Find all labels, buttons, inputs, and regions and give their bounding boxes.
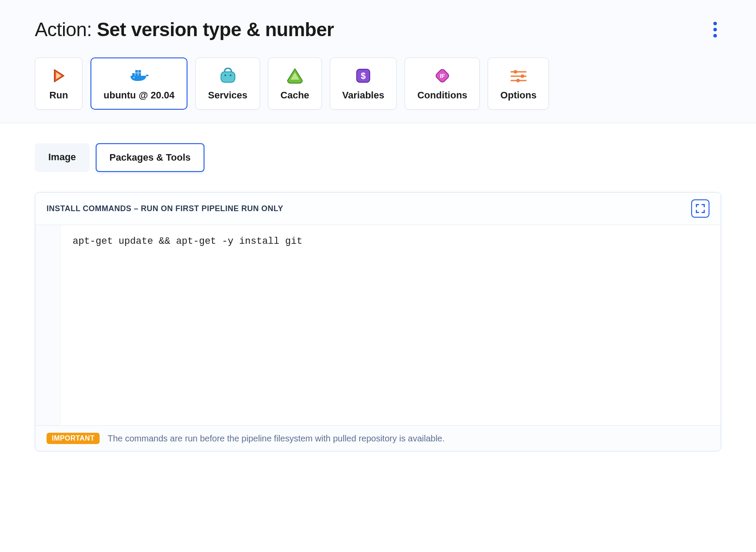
tab-label: Services [208, 90, 248, 101]
editor-footer: IMPORTANT The commands are run before th… [35, 425, 721, 451]
install-commands-panel: INSTALL COMMANDS – RUN ON FIRST PIPELINE… [35, 192, 721, 451]
sub-tab-image[interactable]: Image [35, 143, 90, 172]
code-content: apt-get update && apt-get -y install git [60, 225, 721, 425]
primary-tabs: Run ubuntu @ 20.04 Services [35, 57, 721, 110]
tab-options[interactable]: Options [488, 57, 549, 110]
tab-label: Conditions [417, 90, 467, 101]
content-region: Image Packages & Tools INSTALL COMMANDS … [0, 123, 756, 469]
expand-editor-button[interactable] [691, 199, 709, 218]
tab-conditions[interactable]: IF Conditions [405, 57, 480, 110]
tab-label: Variables [342, 90, 385, 101]
page-title: Action: Set version type & number [35, 19, 334, 40]
header-region: Action: Set version type & number Run [0, 0, 756, 123]
tab-label: Cache [281, 90, 309, 101]
tab-services[interactable]: Services [195, 57, 260, 110]
more-vertical-icon [713, 22, 717, 25]
svg-rect-1 [135, 73, 138, 76]
footer-note: The commands are run before the pipeline… [107, 434, 445, 444]
svg-rect-6 [221, 72, 235, 82]
sub-tabs: Image Packages & Tools [35, 143, 721, 172]
svg-point-16 [521, 74, 524, 78]
tab-variables[interactable]: $ Variables [330, 57, 397, 110]
svg-point-5 [133, 77, 134, 78]
svg-rect-2 [138, 73, 141, 76]
expand-icon [696, 204, 705, 213]
svg-rect-0 [132, 73, 135, 76]
important-badge: IMPORTANT [47, 433, 100, 444]
tab-label: Options [500, 90, 536, 101]
sliders-icon [509, 66, 528, 85]
dollar-icon: $ [355, 66, 371, 85]
if-diamond-icon: IF [434, 66, 451, 85]
svg-text:$: $ [361, 71, 366, 81]
tab-label: ubuntu @ 20.04 [104, 90, 174, 101]
svg-rect-4 [138, 70, 141, 73]
tab-run[interactable]: Run [35, 57, 83, 110]
code-editor[interactable]: apt-get update && apt-get -y install git [35, 225, 721, 425]
sub-tab-packages[interactable]: Packages & Tools [96, 143, 205, 172]
tab-cache[interactable]: Cache [268, 57, 322, 110]
sub-tab-label: Image [48, 151, 76, 162]
svg-point-7 [224, 74, 226, 76]
svg-text:IF: IF [440, 73, 445, 79]
triangle-icon [286, 66, 304, 85]
line-gutter [35, 225, 60, 425]
svg-point-14 [514, 70, 517, 74]
title-prefix: Action: [35, 19, 97, 40]
docker-icon [129, 66, 150, 85]
tab-ubuntu[interactable]: ubuntu @ 20.04 [90, 57, 187, 110]
bag-icon [219, 66, 237, 85]
sub-tab-label: Packages & Tools [110, 152, 191, 163]
play-icon [51, 66, 67, 85]
svg-point-8 [230, 74, 231, 76]
editor-heading: INSTALL COMMANDS – RUN ON FIRST PIPELINE… [47, 204, 283, 213]
title-main: Set version type & number [97, 19, 334, 40]
svg-rect-3 [135, 70, 138, 73]
tab-label: Run [50, 90, 68, 101]
svg-point-18 [516, 79, 520, 82]
more-menu-button[interactable] [709, 17, 721, 42]
